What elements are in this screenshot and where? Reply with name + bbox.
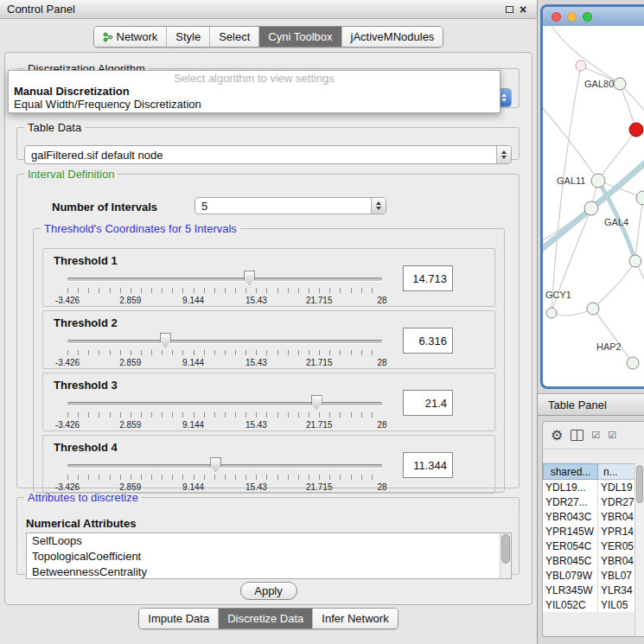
selected-network-node[interactable] — [629, 123, 643, 137]
slider-scale: -3.426 2.859 9.144 15.43 21.715 28 — [67, 296, 382, 306]
list-item[interactable]: BetweennessCentrality — [27, 564, 511, 579]
algorithm-dropdown-popup: Select algorithm to view settings Manual… — [8, 70, 501, 113]
threshold-2-slider[interactable]: -3.426 2.859 9.144 15.43 21.715 28 — [67, 332, 382, 370]
slider-handle[interactable] — [311, 395, 322, 410]
network-node[interactable] — [546, 308, 557, 318]
network-icon — [103, 32, 113, 42]
table-panel-window: ⚙ ☑ ☑ shared... n... YDL19...YDL19 YDR27… — [542, 421, 644, 637]
number-of-intervals-value: 5 — [195, 198, 371, 214]
slider-scale: -3.426 2.859 9.144 15.43 21.715 28 — [67, 358, 382, 368]
node-label-gal11: GAL11 — [557, 175, 585, 186]
close-window-icon[interactable] — [552, 12, 561, 22]
table-row[interactable]: YBR043CYBR04 — [543, 509, 644, 524]
threshold-3-value-field[interactable]: 21.4 — [403, 390, 453, 416]
network-node[interactable] — [587, 303, 599, 315]
select-all-columns-icon[interactable]: ☑ — [591, 430, 600, 440]
table-row[interactable]: YLR345WYLR34 — [543, 583, 644, 597]
tab-select[interactable]: Select — [209, 27, 258, 47]
table-scrollbar[interactable] — [634, 463, 644, 636]
network-node[interactable] — [591, 174, 605, 188]
column-header-shared-name[interactable]: shared... — [543, 463, 598, 480]
gear-icon[interactable]: ⚙ — [551, 429, 563, 443]
window-title: Control Panel — [7, 3, 502, 16]
tab-network-label: Network — [117, 30, 158, 43]
combobox-stepper-icon[interactable] — [496, 146, 511, 163]
threshold-1-label: Threshold 1 — [54, 254, 118, 267]
thresholds-group: Threshold's Coordinates for 5 Intervals … — [33, 223, 505, 493]
threshold-2-label: Threshold 2 — [54, 316, 118, 329]
dropdown-option-manual-discretization[interactable]: Manual Discretization — [9, 85, 500, 98]
threshold-4-box: Threshold 4 -3.426 2.859 9.144 15.43 21.… — [42, 435, 495, 494]
apply-button[interactable]: Apply — [240, 582, 297, 600]
columns-icon[interactable] — [571, 430, 583, 441]
network-node[interactable] — [629, 255, 641, 267]
threshold-4-value-field[interactable]: 11.344 — [403, 452, 453, 478]
table-row[interactable]: YDL19...YDL19 — [543, 480, 644, 494]
list-scrollbar[interactable] — [500, 533, 511, 578]
float-panel-icon[interactable] — [502, 3, 516, 16]
table-row[interactable]: YIL052CYIL05 — [543, 597, 644, 612]
table-row[interactable]: YBR045CYBR04 — [543, 553, 644, 568]
unselect-all-columns-icon[interactable]: ☑ — [608, 430, 616, 440]
slider-track[interactable] — [67, 464, 382, 468]
tab-impute-data[interactable]: Impute Data — [139, 609, 218, 628]
tab-discretize-data[interactable]: Discretize Data — [218, 609, 312, 628]
top-tab-bar: Network Style Select Cyni Toolbox jActiv… — [0, 26, 537, 48]
scrollbar-thumb[interactable] — [636, 465, 643, 503]
network-node[interactable] — [584, 201, 598, 215]
threshold-4-label: Threshold 4 — [54, 441, 118, 454]
table-row[interactable]: YDR27...YDR27 — [543, 494, 644, 509]
slider-ticks — [67, 288, 382, 293]
slider-scale: -3.426 2.859 9.144 15.43 21.715 28 — [67, 420, 382, 430]
control-panel-window: Control Panel × Network Style — [0, 0, 538, 644]
table-row[interactable]: YBL079WYBL07 — [543, 568, 644, 583]
table-row[interactable]: YER054CYER05 — [543, 539, 644, 553]
network-node[interactable] — [636, 191, 644, 205]
numerical-attributes-label: Numerical Attributes — [26, 517, 136, 530]
tab-cyni-toolbox[interactable]: Cyni Toolbox — [258, 27, 341, 47]
list-item[interactable]: SelfLoops — [27, 533, 511, 549]
table-data-combobox[interactable]: galFiltered.sif default node — [24, 145, 512, 164]
dropdown-option-equal-width-frequency[interactable]: Equal Width/Frequency Discretization — [9, 98, 500, 111]
zoom-window-icon[interactable] — [583, 12, 592, 22]
bottom-tab-bar: Impute Data Discretize Data Infer Networ… — [0, 608, 537, 629]
combobox-stepper-icon[interactable] — [371, 198, 386, 214]
cyni-toolbox-panel: Discretization Algorithm Select algorith… — [4, 52, 532, 605]
dropdown-placeholder: Select algorithm to view settings — [9, 72, 500, 85]
tab-jactivemodules[interactable]: jActiveMNodules — [341, 27, 443, 47]
network-node[interactable] — [614, 78, 626, 90]
threshold-2-value-field[interactable]: 6.316 — [403, 328, 453, 354]
tab-network[interactable]: Network — [94, 27, 167, 47]
network-canvas[interactable]: GAL80 GAL11 GAL4 GCY1 HAP2 — [543, 26, 644, 389]
slider-track[interactable] — [67, 402, 382, 405]
interval-definition-title: Interval Definition — [24, 169, 118, 180]
slider-handle[interactable] — [244, 271, 255, 285]
number-of-intervals-combobox[interactable]: 5 — [194, 197, 386, 214]
close-panel-icon[interactable]: × — [516, 3, 530, 16]
slider-handle[interactable] — [160, 333, 171, 348]
tab-style[interactable]: Style — [166, 27, 209, 47]
numerical-attributes-list[interactable]: SelfLoops TopologicalCoefficient Between… — [26, 532, 512, 579]
node-label-gal80: GAL80 — [584, 79, 614, 89]
threshold-4-slider[interactable]: -3.426 2.859 9.144 15.43 21.715 28 — [67, 456, 382, 494]
thresholds-group-title: Threshold's Coordinates for 5 Intervals — [41, 223, 240, 234]
scrollbar-thumb[interactable] — [501, 534, 510, 564]
network-node[interactable] — [576, 61, 586, 71]
slider-track[interactable] — [67, 277, 382, 281]
threshold-1-slider[interactable]: -3.426 2.859 9.144 15.43 21.715 28 — [67, 270, 382, 308]
slider-ticks — [67, 350, 382, 355]
slider-track[interactable] — [67, 340, 382, 343]
list-item[interactable]: TopologicalCoefficient — [27, 549, 511, 564]
network-node[interactable] — [627, 357, 639, 369]
slider-handle[interactable] — [210, 457, 221, 472]
table-row[interactable]: YPR145WYPR14 — [543, 524, 644, 539]
minimize-window-icon[interactable] — [567, 12, 577, 22]
network-window-titlebar — [543, 7, 644, 26]
network-view-window[interactable]: GAL80 GAL11 GAL4 GCY1 HAP2 — [540, 4, 644, 389]
threshold-3-slider[interactable]: -3.426 2.859 9.144 15.43 21.715 28 — [67, 394, 382, 432]
threshold-1-value-field[interactable]: 14.713 — [403, 265, 453, 291]
node-label-gcy1: GCY1 — [545, 290, 571, 300]
number-of-intervals-label: Number of Intervals — [52, 201, 157, 214]
tab-infer-network[interactable]: Infer Network — [312, 609, 397, 628]
threshold-3-box: Threshold 3 -3.426 2.859 9.144 15.43 21.… — [42, 373, 495, 431]
